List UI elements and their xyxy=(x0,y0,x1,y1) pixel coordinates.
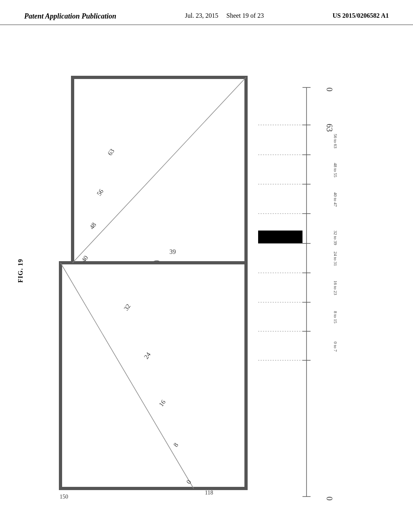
publication-date: Jul. 23, 2015 xyxy=(185,12,219,19)
label-32: 32 xyxy=(123,303,132,312)
label-24: 24 xyxy=(143,351,152,360)
publication-date-sheet: Jul. 23, 2015 Sheet 19 of 23 xyxy=(185,12,264,19)
scale-label-48to55: 48 to 55 xyxy=(333,163,338,178)
label-39: 39 xyxy=(169,248,176,255)
diagonal-lower xyxy=(60,263,194,488)
patent-diagram: 63 56 48 40 39 32 24 16 8 0 118 150 xyxy=(32,65,379,509)
scale-label-56to63: 56 to 63 xyxy=(333,134,338,149)
label-63: 63 xyxy=(106,148,116,157)
highlight-bar xyxy=(258,231,302,243)
scale-label-8to15: 8 to 15 xyxy=(333,311,338,324)
label-48: 48 xyxy=(88,221,98,231)
scale-label-24to31: 24 to 31 xyxy=(333,251,338,266)
scale-label-0-top: 0 xyxy=(325,87,334,91)
scale-label-0to7: 0 to 7 xyxy=(333,341,338,352)
label-118: 118 xyxy=(205,490,213,496)
label-8: 8 xyxy=(172,441,180,448)
label-56: 56 xyxy=(96,188,105,197)
scale-label-40to47: 40 to 47 xyxy=(333,192,338,207)
label-150: 150 xyxy=(60,494,68,500)
label-16: 16 xyxy=(158,399,167,408)
scale-label-0-bottom: 0 xyxy=(325,497,334,501)
publication-title: Patent Application Publication xyxy=(24,12,116,21)
scale-label-16to23: 16 to 23 xyxy=(333,281,338,295)
figure-label: FIG. 19 xyxy=(17,259,24,283)
page-header: Patent Application Publication Jul. 23, … xyxy=(0,0,413,25)
sheet-info: Sheet 19 of 23 xyxy=(226,12,264,19)
patent-number: US 2015/0206582 A1 xyxy=(332,12,389,19)
diagonal-upper xyxy=(73,77,246,263)
scale-label-32to39: 32 to 39 xyxy=(333,231,338,245)
scale-label-63: 63 xyxy=(325,124,334,132)
main-content: FIG. 19 63 56 48 40 39 32 24 xyxy=(0,25,413,525)
lower-box xyxy=(60,263,246,488)
